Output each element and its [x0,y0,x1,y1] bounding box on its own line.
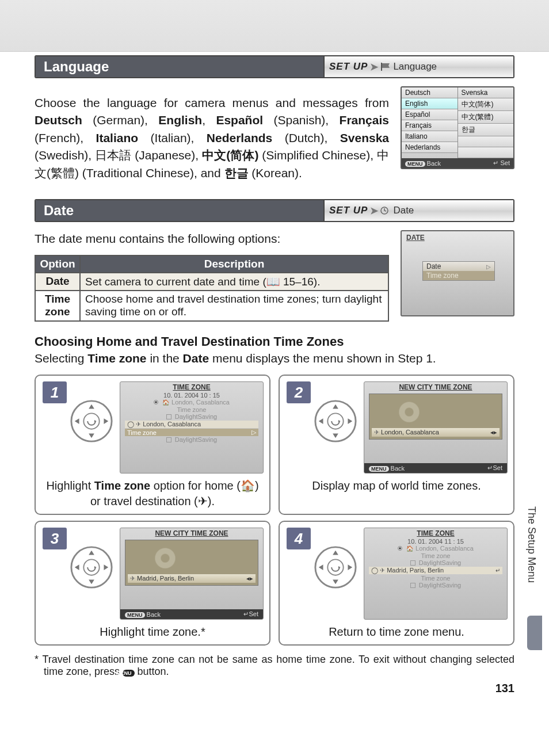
plane-icon: ✈ [374,429,379,436]
language-item: Svenska [458,87,514,98]
language-item: 한글 [458,124,514,136]
side-tab-bump [527,616,542,650]
language-item [458,136,514,147]
step-number: 1 [43,381,67,403]
table-head-desc: Description [80,255,388,273]
lcd-home-city: London, Casablanca [415,545,474,552]
language-item: English [402,98,458,109]
step-caption: Highlight Time zone option for home (🏠) … [41,478,264,509]
back-label: Back [147,611,161,618]
step-number: 2 [287,381,311,403]
menu-badge: MENU [369,466,389,472]
lcd-ds-label: DaylightSaving [175,413,217,420]
set-label: Set [493,464,502,471]
plane-icon: ✈ [136,421,141,427]
language-item: Italiano [402,131,458,142]
svg-point-7 [83,560,99,575]
date-screen-title: DATE [406,234,425,242]
lcd-home-city: London, Casablanca [171,399,230,406]
date-screen-row: Time zone [423,271,494,280]
page-number: 131 [495,682,514,695]
language-col-2: Svenska中文(简体)中文(繁體)한글 [458,87,514,158]
lcd-step-4: TIME ZONE 10. 01. 2004 11 : 15 🏠London, … [364,528,508,620]
chevron-right-icon: ▷ [486,264,491,270]
date-screen: DATE Date▷ Time zone [401,230,514,316]
checkbox-icon [166,437,171,442]
breadcrumb-arrow-icon: ➤ [370,61,378,73]
opt-cell: Time zone [35,291,80,322]
language-title: Language [36,56,323,77]
date-screen-row: Date▷ [423,262,494,271]
radio-icon [398,546,402,551]
date-intro: The date menu contains the following opt… [35,230,389,247]
dpad-icon [69,399,114,444]
language-col-1: DeutschEnglishEspañolFrançaisItalianoNed… [402,87,458,158]
lcd-travel-city: Madrid, Paris, Berlin [387,567,444,574]
dpad-icon [313,545,358,590]
map-city: Madrid, Paris, Berlin [137,575,194,582]
svg-point-3 [83,414,99,429]
svg-point-9 [327,560,343,575]
desc-cell: Set camera to current date and time (📖 1… [80,273,388,291]
step-1: 1 TIME ZONE 10. 01. 2004 10 : 15 🏠London… [35,375,270,515]
back-label: Back [391,465,405,472]
svg-point-5 [327,414,343,429]
lcd-travel-city: London, Casablanca [143,421,201,427]
clock-icon [380,207,391,215]
set-label: Set [500,159,510,166]
back-label: Back [427,160,441,167]
lcd-ds-label-2: DaylightSaving [175,436,217,443]
menu-badge: MENU [405,161,425,167]
lcd-datetime: 10. 01. 2004 10 : 15 [120,392,263,399]
lcd-datetime: 10. 01. 2004 11 : 15 [364,538,507,545]
steps-grid: 1 TIME ZONE 10. 01. 2004 10 : 15 🏠London… [35,375,514,646]
tz-subhead: Choosing Home and Travel Destination Tim… [35,334,514,349]
language-item [458,147,514,158]
plane-icon: ✈ [130,575,135,582]
desc-cell: Choose home and travel destination time … [80,291,388,322]
step-caption: Highlight time zone.* [41,624,264,640]
step-4: 4 TIME ZONE 10. 01. 2004 11 : 15 🏠London… [279,521,514,646]
lcd-title: NEW CITY TIME ZONE [120,529,263,537]
table-row: Time zone Choose home and travel destina… [35,291,388,322]
table-head-option: Option [35,255,80,273]
menu-badge: MENU [125,612,145,618]
date-row-label: Date [426,262,441,270]
language-body-text: Choose the language for camera menus and… [35,94,389,182]
step-number: 3 [43,528,67,549]
language-breadcrumb: SET UP ➤ Language [323,56,513,77]
set-label: Set [249,610,258,617]
lcd-step-2: NEW CITY TIME ZONE ✈ London, Casablanca◂… [364,381,508,474]
flag-icon [380,63,391,71]
date-title: Date [36,200,323,221]
breadcrumb-name: Date [393,205,414,216]
radio-icon [154,400,158,404]
language-item: 中文(简体) [458,98,514,111]
home-icon: 🏠 [162,399,169,406]
lcd-ds-label-2: DaylightSaving [419,582,461,589]
lcd-ds-label: DaylightSaving [419,559,461,566]
lcd-tz-hl: Time zone [127,429,157,436]
lcd-step-3: NEW CITY TIME ZONE ✈ Madrid, Paris, Berl… [120,528,264,620]
plane-icon: ✈ [380,567,385,574]
dpad-icon [69,545,114,590]
checkbox-icon [166,414,171,419]
language-item: Deutsch [402,87,458,98]
setup-label: SET UP [329,205,368,216]
lcd-tz-label: Time zone [120,406,263,413]
date-options-table: Option Description Date Set camera to cu… [35,255,389,322]
world-map: ✈ London, Casablanca◂▸ [369,394,502,440]
language-section-header: Language SET UP ➤ Language [35,55,514,78]
breadcrumb-arrow-icon: ➤ [370,205,378,217]
lcd-title: TIME ZONE [364,529,507,537]
checkbox-icon [410,583,415,588]
setup-label: SET UP [329,61,368,72]
opt-cell: Date [35,273,80,291]
lr-arrows-icon: ◂▸ [490,429,497,436]
language-item: Nederlands [402,142,458,153]
lcd-step-1: TIME ZONE 10. 01. 2004 10 : 15 🏠London, … [120,381,264,474]
table-row: Date Set camera to current date and time… [35,273,388,291]
language-item: Français [402,120,458,131]
timezone-row-label: Time zone [426,272,459,280]
chevron-right-icon: ▷ [251,429,256,436]
